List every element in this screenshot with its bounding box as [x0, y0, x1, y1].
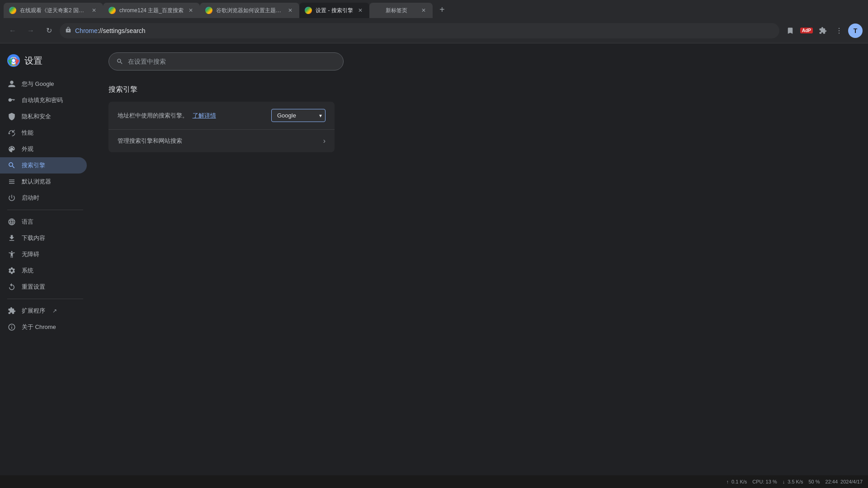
settings-search-input[interactable] [128, 58, 336, 65]
tab-5-favicon [375, 7, 382, 14]
svg-point-0 [839, 28, 840, 28]
tab-5-label: 新标签页 [386, 7, 407, 14]
toolbar-right: AdP T [783, 23, 863, 38]
palette-icon [7, 145, 16, 154]
sidebar-item-reset[interactable]: 重置设置 [0, 279, 87, 295]
sidebar-item-label-performance: 性能 [22, 129, 33, 137]
sidebar-item-appearance[interactable]: 外观 [0, 141, 87, 157]
tab-5-close[interactable]: ✕ [420, 7, 427, 14]
engine-select-wrapper[interactable]: Google Bing 百度 DuckDuckGo [271, 109, 326, 122]
sidebar-item-system[interactable]: 系统 [0, 263, 87, 279]
address-bar: ← → ↻ Chrome://settings/search AdP [0, 18, 868, 43]
settings-dots-button[interactable] [832, 23, 846, 38]
sidebar-item-label-appearance: 外观 [22, 145, 33, 153]
sidebar-item-label-startup: 启动时 [22, 194, 39, 202]
cpu-status: CPU: 13 % [752, 479, 777, 484]
sidebar-item-extensions[interactable]: 扩展程序 ↗ [0, 303, 87, 319]
main-content: 设置 您与 Google 自动填充和密码 隐私和安全 [0, 43, 868, 475]
tab-4-favicon [305, 7, 312, 14]
shield-icon [7, 112, 16, 121]
search-icon-sidebar [7, 161, 16, 170]
sidebar-item-search-engine[interactable]: 搜索引擎 [0, 157, 87, 174]
system-icon [7, 266, 16, 275]
adblock-button[interactable]: AdP [799, 23, 814, 38]
section-title: 搜索引擎 [108, 85, 850, 94]
sidebar-divider-2 [7, 299, 83, 299]
tab-2[interactable]: chrome124 主题_百度搜索 ✕ [103, 3, 200, 18]
tab-3-favicon [205, 7, 212, 14]
sidebar-title: 设置 [24, 55, 42, 67]
sidebar-item-label-search-engine: 搜索引擎 [22, 161, 45, 169]
date-text: 2024/4/17 [840, 479, 863, 484]
download-icon [7, 234, 16, 243]
sidebar-item-default-browser[interactable]: 默认浏览器 [0, 174, 87, 190]
cpu-text: CPU: 13 % [752, 479, 777, 484]
profile-button[interactable]: T [848, 23, 863, 38]
svg-point-6 [12, 59, 15, 62]
sidebar-item-autofill[interactable]: 自动填充和密码 [0, 92, 87, 108]
tab-5[interactable]: 新标签页 ✕ [369, 3, 433, 18]
tab-4[interactable]: 设置 - 搜索引擎 ✕ [299, 3, 369, 18]
url-bar[interactable]: Chrome://settings/search [60, 23, 779, 38]
svg-point-1 [839, 30, 840, 31]
bookmark-button[interactable] [783, 23, 797, 38]
new-tab-button[interactable]: + [434, 2, 450, 17]
sidebar-item-about[interactable]: 关于 Chrome [0, 319, 87, 335]
power-icon [7, 193, 16, 202]
settings-search-box[interactable] [108, 52, 344, 70]
network-up-icon: ↑ [726, 479, 729, 484]
tab-2-close[interactable]: ✕ [187, 7, 194, 14]
svg-point-2 [839, 33, 840, 33]
tab-3[interactable]: 谷歌浏览器如何设置主题背景-... ✕ [200, 3, 299, 18]
url-path: ://settings/search [98, 27, 146, 34]
settings-card: 地址栏中使用的搜索引擎。 了解详情 Google Bing 百度 DuckDuc… [108, 102, 335, 152]
browser-icon [7, 177, 16, 186]
sidebar-item-you-google[interactable]: 您与 Google [0, 76, 87, 92]
status-bar: ↑ 0.1 K/s CPU: 13 % ↓ 3.5 K/s 50 % 22:44… [0, 475, 868, 488]
manage-search-engines-row[interactable]: 管理搜索引擎和网站搜索 › [108, 130, 335, 152]
key-icon [7, 96, 16, 105]
time-text: 22:44 [826, 479, 838, 484]
tab-2-favicon [108, 7, 116, 14]
back-button[interactable]: ← [5, 23, 20, 38]
manage-search-engines-label: 管理搜索引擎和网站搜索 [118, 137, 182, 145]
sidebar-item-language[interactable]: 语言 [0, 214, 87, 230]
sidebar-item-privacy[interactable]: 隐私和安全 [0, 108, 87, 125]
sidebar-item-label-downloads: 下载内容 [22, 234, 45, 242]
sidebar-item-label-default-browser: 默认浏览器 [22, 178, 51, 186]
tab-2-label: chrome124 主题_百度搜索 [119, 7, 184, 14]
sidebar-item-label-about: 关于 Chrome [22, 323, 56, 331]
tab-1-close[interactable]: ✕ [90, 7, 98, 14]
sidebar-item-accessibility[interactable]: 无障碍 [0, 246, 87, 263]
sidebar-item-label-system: 系统 [22, 267, 33, 275]
tab-1[interactable]: 在线观看《逆天奇案2 国语》免... ✕ [4, 3, 103, 18]
reset-icon [7, 282, 16, 291]
learn-more-link[interactable]: 了解详情 [193, 112, 216, 119]
adblock-badge: AdP [800, 28, 813, 33]
tab-3-close[interactable]: ✕ [287, 7, 294, 14]
tab-3-label: 谷歌浏览器如何设置主题背景-... [216, 7, 283, 14]
external-link-icon: ↗ [52, 308, 57, 314]
tab-4-close[interactable]: ✕ [357, 7, 364, 14]
engine-select[interactable]: Google Bing 百度 DuckDuckGo [271, 109, 326, 122]
sidebar-item-startup[interactable]: 启动时 [0, 190, 87, 206]
language-icon [7, 217, 16, 226]
tab-1-label: 在线观看《逆天奇案2 国语》免... [20, 7, 87, 14]
address-bar-engine-row: 地址栏中使用的搜索引擎。 了解详情 Google Bing 百度 DuckDuc… [108, 102, 335, 130]
extensions-icon [7, 306, 16, 315]
url-text: Chrome://settings/search [75, 27, 146, 34]
sidebar-item-performance[interactable]: 性能 [0, 125, 87, 141]
forward-button[interactable]: → [24, 23, 38, 38]
address-bar-engine-label: 地址栏中使用的搜索引擎。 了解详情 [118, 112, 216, 120]
storage-text: 50 % [808, 479, 820, 484]
reload-button[interactable]: ↻ [42, 23, 56, 38]
network-status: ↑ 0.1 K/s [726, 479, 747, 484]
url-chrome-part: Chrome [75, 27, 98, 34]
extensions-button[interactable] [816, 23, 830, 38]
sidebar-logo: 设置 [0, 51, 90, 76]
sidebar-item-downloads[interactable]: 下载内容 [0, 230, 87, 246]
sidebar: 设置 您与 Google 自动填充和密码 隐私和安全 [0, 43, 90, 475]
sidebar-item-label-language: 语言 [22, 218, 33, 226]
network-speed-text: 0.1 K/s [731, 479, 747, 484]
chrome-logo-icon [7, 54, 20, 67]
